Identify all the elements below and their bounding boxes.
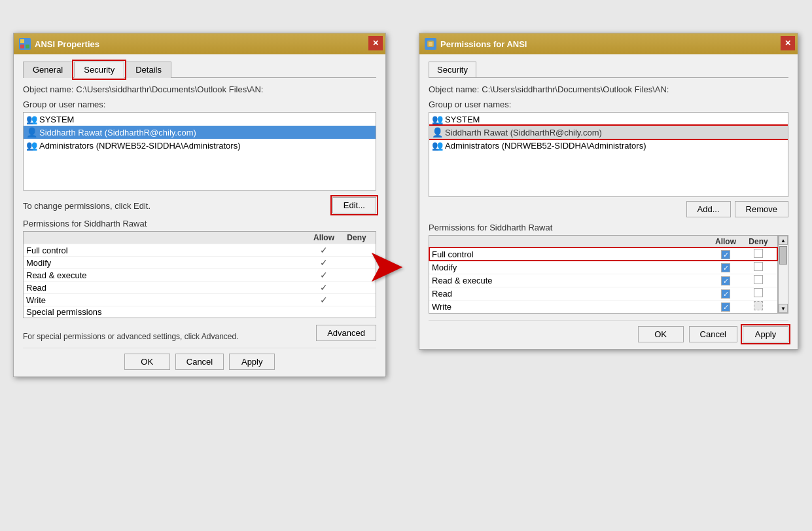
dialog2-read-deny[interactable]: [742, 288, 775, 299]
tab-general[interactable]: General: [23, 62, 73, 78]
dialog2-modify-label: Modify: [432, 263, 709, 272]
dialog2-apply-button[interactable]: Apply: [743, 326, 788, 342]
scroll-down-btn[interactable]: ▼: [779, 304, 788, 313]
dialog2-titlebar: Permissions for ANSI ✕: [419, 33, 798, 54]
perm-fullcontrol-allow: ✓: [308, 245, 340, 255]
dialog2-perm-read: Read ✓: [429, 287, 777, 300]
write-allow-checkbox[interactable]: ✓: [721, 302, 730, 312]
dialog2-siddharth-icon: 👤: [432, 127, 442, 137]
administrators-icon: 👥: [26, 140, 37, 151]
dialog1-titlebar: ANSI Properties ✕: [14, 33, 385, 54]
dialog1-advanced-note: For special permissions or advanced sett…: [23, 332, 316, 341]
write-deny-checkbox[interactable]: [754, 301, 763, 310]
dialog2-permissions-title: Permissions for Siddharth Rawat: [429, 223, 788, 232]
dialog2-write-deny[interactable]: [742, 301, 775, 312]
tab-security[interactable]: Security: [74, 62, 124, 78]
perm-row-special: Special permissions: [24, 306, 376, 318]
readexecute-deny-checkbox[interactable]: [754, 275, 763, 284]
dialog2-body: Security Object name: C:\Users\siddharth…: [419, 54, 798, 349]
fullcontrol-allow-checkbox[interactable]: ✓: [721, 250, 730, 259]
screen-background: ANSI Properties ✕ General Security Detai…: [0, 0, 812, 531]
dialog1-object-row: Object name: C:\Users\siddharthr\Documen…: [23, 84, 376, 94]
advanced-button[interactable]: Advanced: [316, 325, 376, 341]
dialog2-fullcontrol-deny[interactable]: [742, 249, 775, 260]
svg-rect-1: [26, 39, 29, 43]
dialog2-perm-header: Allow Deny: [429, 236, 777, 247]
remove-button[interactable]: Remove: [735, 201, 788, 217]
dialog2-modify-allow[interactable]: ✓: [709, 263, 742, 273]
dialog1-tabs: General Security Details: [23, 61, 376, 78]
perm-modify-label: Modify: [26, 258, 308, 268]
user-item-siddharth[interactable]: 👤 Siddharth Rawat (SiddharthR@chily.com): [24, 126, 376, 139]
ansi-properties-dialog: ANSI Properties ✕ General Security Detai…: [13, 33, 386, 377]
dialog1-close-button[interactable]: ✕: [368, 36, 383, 50]
dialog2-object-value: C:\Users\siddharthr\Documents\Outlook Fi…: [482, 84, 669, 94]
dialog2-permissions-scrollbar[interactable]: ▲ ▼: [778, 235, 788, 314]
dialog2-permissions-section: Allow Deny Full control ✓: [429, 235, 788, 314]
dialog2-administrators-icon: 👥: [432, 140, 442, 151]
dialog2-read-allow[interactable]: ✓: [709, 289, 742, 299]
fullcontrol-deny-checkbox[interactable]: [754, 249, 763, 258]
dialog2-system-icon: 👥: [432, 114, 442, 124]
dialog1-body: General Security Details Object name: C:…: [14, 54, 385, 376]
edit-button[interactable]: Edit...: [332, 197, 376, 213]
tab-details[interactable]: Details: [126, 62, 171, 78]
svg-rect-2: [20, 45, 24, 48]
dialog2-title: Permissions for ANSI: [440, 39, 527, 49]
dialog2-readexecute-allow[interactable]: ✓: [709, 276, 742, 286]
readexecute-allow-checkbox[interactable]: ✓: [721, 276, 730, 285]
dialog2-perm-modify: Modify ✓: [429, 261, 777, 274]
dialog2-title-icon: [425, 38, 436, 50]
add-button[interactable]: Add...: [686, 201, 731, 217]
dialog2-user-administrators[interactable]: 👥 Administrators (NDRWEB52-SIDDHA\Admini…: [429, 139, 788, 152]
svg-rect-5: [429, 42, 432, 46]
dialog2-security-tab[interactable]: Security: [429, 62, 476, 78]
dialog1-ok-button[interactable]: OK: [124, 354, 170, 370]
perm-special-label: Special permissions: [26, 307, 308, 317]
perm-modify-allow: ✓: [308, 257, 340, 268]
user-item-administrators[interactable]: 👥 Administrators (NDRWEB52-SIDDHA\Admini…: [24, 139, 376, 152]
dialog2-user-siddharth[interactable]: 👤 Siddharth Rawat (SiddharthR@chily.com): [429, 126, 788, 139]
perm-row-read: Read ✓: [24, 281, 376, 293]
dialog2-write-allow[interactable]: ✓: [709, 302, 742, 312]
read-allow-checkbox[interactable]: ✓: [721, 289, 730, 299]
dialog1-apply-button[interactable]: Apply: [229, 354, 275, 370]
dialog2-close-button[interactable]: ✕: [781, 36, 795, 50]
dialog2-cancel-button[interactable]: Cancel: [689, 326, 737, 342]
perm-write-label: Write: [26, 295, 308, 305]
perm-row-modify: Modify ✓: [24, 256, 376, 268]
perm-header: Allow Deny: [24, 232, 376, 244]
read-deny-checkbox[interactable]: [754, 288, 763, 297]
dialog2-tab-area: Security Object name: C:\Users\siddharth…: [429, 61, 788, 314]
svg-rect-3: [26, 45, 29, 48]
dialog2-perm-fullcontrol: Full control ✓: [429, 247, 777, 261]
dialog2-deny-header: Deny: [742, 237, 775, 246]
dialog2-ok-button[interactable]: OK: [638, 326, 684, 342]
dialog2-siddharth-name: Siddharth Rawat (SiddharthR@chily.com): [445, 128, 602, 137]
permissions-ansi-dialog: Permissions for ANSI ✕ Security Object n…: [419, 33, 798, 350]
perm-row-readexecute: Read & execute ✓: [24, 268, 376, 281]
dialog1-bottom-buttons: OK Cancel Apply: [23, 348, 376, 370]
dialog2-perm-table-wrap: Allow Deny Full control ✓: [429, 235, 778, 314]
dialog2-fullcontrol-allow[interactable]: ✓: [709, 249, 742, 260]
dialog1-cancel-button[interactable]: Cancel: [175, 354, 224, 370]
dialog1-user-list[interactable]: 👥 SYSTEM 👤 Siddharth Rawat (SiddharthR@c…: [23, 112, 376, 191]
dialog2-perm-write: Write ✓: [429, 300, 777, 313]
dialog2-readexecute-deny[interactable]: [742, 275, 775, 286]
modify-deny-checkbox[interactable]: [754, 262, 763, 271]
scroll-up-btn[interactable]: ▲: [779, 236, 788, 245]
perm-fullcontrol-label: Full control: [26, 246, 308, 255]
dialog2-modify-deny[interactable]: [742, 262, 775, 273]
dialog2-user-system[interactable]: 👥 SYSTEM: [429, 113, 788, 126]
dialog1-permissions-title: Permissions for Siddharth Rawat: [23, 219, 376, 229]
dialog2-user-list[interactable]: 👥 SYSTEM 👤 Siddharth Rawat (SiddharthR@c…: [429, 112, 788, 197]
user-system-name: SYSTEM: [39, 115, 74, 124]
siddharth-icon: 👤: [26, 127, 37, 137]
dialog2-read-label: Read: [432, 289, 709, 299]
modify-allow-checkbox[interactable]: ✓: [721, 263, 730, 272]
user-item-system[interactable]: 👥 SYSTEM: [24, 113, 376, 126]
dialog2-object-label: Object name:: [429, 84, 479, 94]
perm-readexecute-allow: ✓: [308, 270, 340, 280]
svg-rect-0: [20, 39, 24, 43]
dialog1-object-value: C:\Users\siddharthr\Documents\Outlook Fi…: [76, 84, 263, 94]
